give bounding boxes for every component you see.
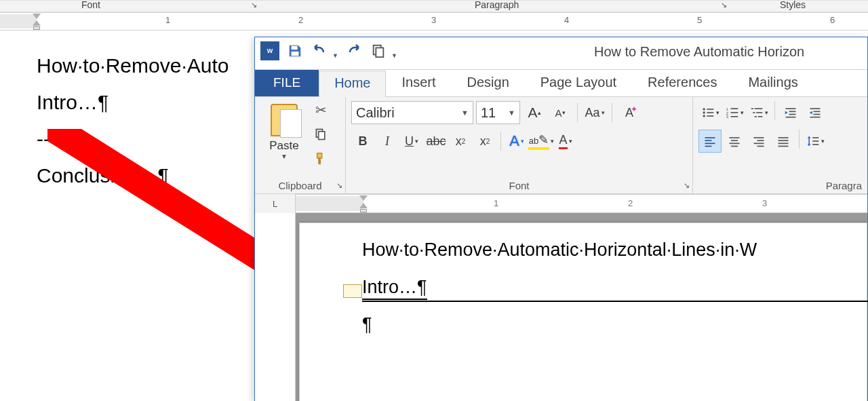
shrink-font-button[interactable]: A▾ <box>549 101 572 124</box>
clear-formatting-button[interactable]: A✦ <box>618 101 641 124</box>
undo-button[interactable] <box>311 42 328 60</box>
strike-button[interactable]: abc <box>425 130 448 153</box>
font-color-button[interactable]: A▾ <box>554 130 577 153</box>
font-size-value: 11 <box>481 105 496 121</box>
automatic-horizontal-line[interactable] <box>362 301 868 302</box>
font-dialog-launcher-icon[interactable]: ↘ <box>684 181 690 190</box>
left-indent-marker[interactable] <box>33 26 40 30</box>
doc-intro-line[interactable]: Intro…¶ <box>37 91 229 114</box>
svg-point-9 <box>703 108 705 110</box>
align-right-button[interactable] <box>747 130 770 153</box>
doc-heading-line[interactable]: How·to·Remove·Automatic·Horizontal·Lines… <box>362 240 757 261</box>
font-size-combo[interactable]: 11 ▼ <box>476 101 520 124</box>
clipboard-dialog-launcher-icon[interactable]: ↘ <box>336 181 342 190</box>
ruler-tick-2: 2 <box>298 15 303 25</box>
redo-button[interactable] <box>345 42 363 60</box>
tab-insert[interactable]: Insert <box>386 70 451 96</box>
ruler-tick-1: 1 <box>494 198 498 208</box>
svg-rect-1 <box>292 46 298 50</box>
tab-home[interactable]: Home <box>319 71 386 97</box>
copy-button[interactable] <box>370 42 387 60</box>
doc-blank-paragraph[interactable]: ¶ <box>362 314 757 335</box>
text-effects-button[interactable]: A▾ <box>505 130 528 153</box>
paste-icon <box>271 104 298 136</box>
ruler-tick-3: 3 <box>762 198 767 208</box>
paragraph-dialog-launcher-icon[interactable]: ↘ <box>721 1 730 10</box>
doc-conclusion-line[interactable]: Conclusion…¶ <box>37 164 229 187</box>
tab-file[interactable]: FILE <box>255 70 319 96</box>
tab-design[interactable]: Design <box>452 70 525 96</box>
doc-intro-line[interactable]: Intro…¶ <box>362 277 757 298</box>
foreground-word-window: W ▼ ▼ How to Remove Automatic Horizon FI… <box>254 37 868 401</box>
doc-dashes-line[interactable]: ---¶ <box>37 128 229 151</box>
align-center-button[interactable] <box>723 130 746 153</box>
hanging-indent-marker[interactable] <box>33 20 41 26</box>
paste-label: Paste <box>269 139 298 153</box>
svg-rect-18 <box>730 112 738 113</box>
svg-rect-40 <box>705 146 712 147</box>
svg-rect-32 <box>810 108 821 109</box>
undo-dropdown-icon[interactable]: ▼ <box>332 52 338 60</box>
grow-font-button[interactable]: A▴ <box>523 101 546 124</box>
subscript-button[interactable]: x2 <box>449 130 472 153</box>
svg-rect-10 <box>707 109 713 110</box>
ribbon-body: Paste ▼ ✂ Clipboard ↘ <box>255 97 867 194</box>
paste-dropdown-icon[interactable]: ▼ <box>281 153 288 160</box>
vertical-ruler-gutter <box>255 213 296 401</box>
bullets-button[interactable]: ▾ <box>698 101 722 124</box>
format-painter-button[interactable] <box>312 150 330 168</box>
svg-rect-26 <box>757 116 762 117</box>
ribbon-tabs: FILE Home Insert Design Page Layout Refe… <box>255 70 867 97</box>
ruler-tick-2: 2 <box>628 198 633 208</box>
tab-selector[interactable]: L <box>255 194 296 213</box>
underline-button[interactable]: U▾ <box>400 130 423 153</box>
tab-mailings[interactable]: Mailings <box>732 70 813 96</box>
font-dialog-launcher-icon[interactable]: ↘ <box>251 1 260 10</box>
change-case-button[interactable]: Aa▾ <box>583 101 606 124</box>
foreground-document-content[interactable]: How·to·Remove·Automatic·Horizontal·Lines… <box>362 240 757 351</box>
qat-customize-dropdown-icon[interactable]: ▼ <box>391 52 397 60</box>
group-label-paragraph: Paragraph <box>475 0 519 10</box>
foreground-horizontal-ruler[interactable]: 1 2 3 <box>296 194 867 213</box>
svg-rect-50 <box>778 140 789 141</box>
background-horizontal-ruler[interactable]: 1 2 3 4 5 6 <box>0 12 868 31</box>
first-line-indent-marker[interactable] <box>33 14 41 19</box>
svg-rect-21 <box>751 108 753 109</box>
italic-button[interactable]: I <box>376 130 399 153</box>
numbering-button[interactable]: 123▾ <box>723 101 746 124</box>
word-app-icon[interactable]: W <box>260 41 279 60</box>
svg-rect-37 <box>705 137 715 138</box>
paste-button[interactable]: Paste ▼ <box>260 101 308 160</box>
document-page[interactable]: How·to·Remove·Automatic·Horizontal·Lines… <box>299 223 867 401</box>
autocorrect-options-icon[interactable] <box>343 284 362 298</box>
bold-button[interactable]: B <box>351 130 374 153</box>
svg-point-11 <box>703 111 705 113</box>
line-spacing-button[interactable]: ▾ <box>804 130 827 153</box>
first-line-indent-marker[interactable] <box>359 195 368 201</box>
decrease-indent-button[interactable] <box>779 101 802 124</box>
tab-page-layout[interactable]: Page Layout <box>525 70 632 96</box>
superscript-button[interactable]: x2 <box>473 130 496 153</box>
save-button[interactable] <box>286 42 304 60</box>
svg-rect-12 <box>707 112 713 113</box>
align-left-button[interactable] <box>698 130 722 153</box>
increase-indent-button[interactable] <box>804 101 827 124</box>
tab-references[interactable]: References <box>632 70 732 96</box>
hanging-indent-marker[interactable] <box>359 203 368 208</box>
font-name-combo[interactable]: Calibri ▼ <box>351 101 473 124</box>
multilevel-list-button[interactable]: ▾ <box>747 101 770 124</box>
cut-button[interactable]: ✂ <box>312 101 330 119</box>
svg-rect-20 <box>730 116 738 117</box>
svg-marker-36 <box>810 111 812 115</box>
svg-rect-54 <box>812 140 818 142</box>
svg-rect-47 <box>754 143 764 145</box>
doc-heading-line[interactable]: How·to·Remove·Auto <box>37 54 229 77</box>
svg-rect-34 <box>814 114 821 115</box>
background-document-content[interactable]: How·to·Remove·Auto Intro…¶ ---¶ Conclusi… <box>37 54 229 201</box>
highlight-button[interactable]: ab✎▾ <box>530 130 553 153</box>
left-indent-marker[interactable] <box>360 209 367 212</box>
group-label-font: Font <box>81 0 100 10</box>
justify-button[interactable] <box>772 130 795 153</box>
group-font: Calibri ▼ 11 ▼ A▴ A▾ Aa▾ A✦ <box>346 97 693 193</box>
copy-ribbon-button[interactable] <box>312 126 330 143</box>
